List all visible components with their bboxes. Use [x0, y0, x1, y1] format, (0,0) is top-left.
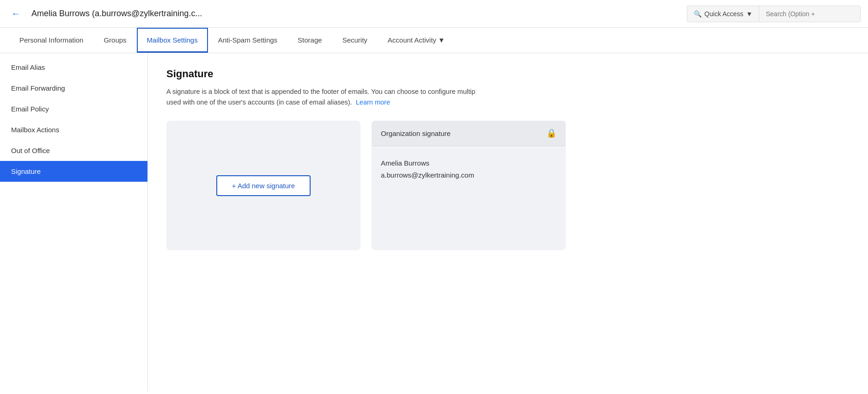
quick-access-button[interactable]: 🔍 Quick Access ▼ — [687, 6, 759, 22]
lock-icon: 🔒 — [546, 128, 556, 138]
quick-access-label: Quick Access — [704, 10, 743, 18]
sidebar-item-out-of-office[interactable]: Out of Office — [0, 140, 147, 161]
description-text-part2: used with one of the user's accounts (in… — [166, 98, 352, 106]
add-signature-card: + Add new signature — [166, 121, 361, 250]
sidebar-item-email-forwarding[interactable]: Email Forwarding — [0, 78, 147, 98]
tab-security[interactable]: Security — [332, 28, 378, 53]
tab-groups[interactable]: Groups — [93, 28, 136, 53]
header-title: Amelia Burrows (a.burrows@zylkertraining… — [31, 9, 687, 18]
tab-anti-spam-settings[interactable]: Anti-Spam Settings — [208, 28, 287, 53]
chevron-down-icon: ▼ — [438, 36, 445, 44]
add-signature-button[interactable]: + Add new signature — [216, 175, 311, 196]
sidebar-item-email-alias[interactable]: Email Alias — [0, 57, 147, 78]
sidebar-item-email-policy[interactable]: Email Policy — [0, 98, 147, 119]
signature-cards: + Add new signature Organization signatu… — [166, 121, 850, 250]
sidebar: Email Alias Email Forwarding Email Polic… — [0, 53, 148, 392]
org-signature-email: a.burrows@zylkertraining.com — [381, 169, 556, 181]
back-button[interactable]: ← — [7, 6, 24, 21]
tab-account-activity-label: Account Activity — [388, 36, 436, 44]
sidebar-item-mailbox-actions[interactable]: Mailbox Actions — [0, 119, 147, 140]
org-signature-header: Organization signature 🔒 — [372, 121, 566, 146]
page-title: Signature — [166, 68, 850, 80]
learn-more-link[interactable]: Learn more — [356, 98, 390, 106]
content-area: Signature A signature is a block of text… — [148, 53, 868, 392]
org-signature-name: Amelia Burrows — [381, 157, 556, 169]
tab-storage[interactable]: Storage — [287, 28, 332, 53]
org-signature-title: Organization signature — [381, 129, 451, 137]
org-signature-card: Organization signature 🔒 Amelia Burrows … — [372, 121, 566, 250]
header: ← Amelia Burrows (a.burrows@zylkertraini… — [0, 0, 868, 28]
quick-access-area: 🔍 Quick Access ▼ — [687, 6, 861, 22]
search-input[interactable] — [759, 6, 861, 22]
tab-account-activity[interactable]: Account Activity ▼ — [378, 28, 455, 53]
main-layout: Email Alias Email Forwarding Email Polic… — [0, 53, 868, 392]
chevron-down-icon: ▼ — [746, 10, 752, 18]
nav-tabs: Personal Information Groups Mailbox Sett… — [0, 28, 868, 53]
tab-personal-information[interactable]: Personal Information — [9, 28, 93, 53]
sidebar-item-signature[interactable]: Signature — [0, 161, 147, 182]
search-icon: 🔍 — [694, 10, 702, 18]
section-description: A signature is a block of text that is a… — [166, 86, 629, 108]
org-signature-body: Amelia Burrows a.burrows@zylkertraining.… — [372, 146, 566, 192]
description-text-part1: A signature is a block of text that is a… — [166, 88, 475, 95]
tab-mailbox-settings[interactable]: Mailbox Settings — [137, 28, 208, 53]
